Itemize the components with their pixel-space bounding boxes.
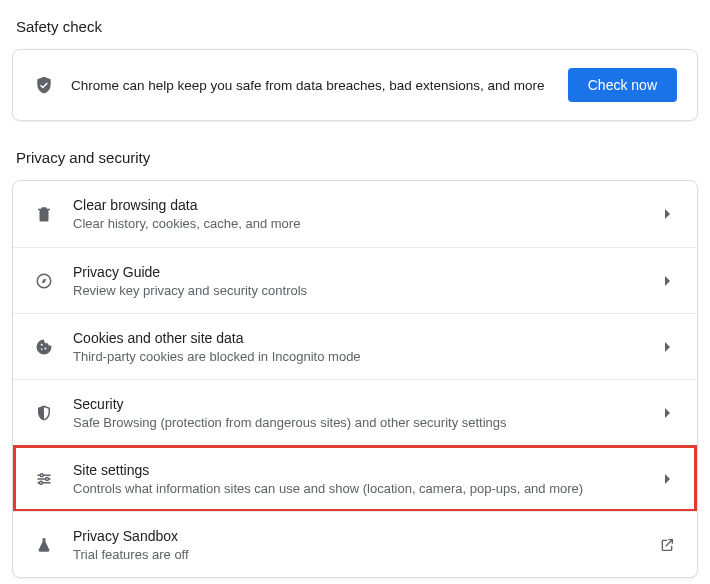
svg-point-4 (40, 473, 43, 476)
row-subtitle: Clear history, cookies, cache, and more (73, 216, 639, 231)
row-subtitle: Trial features are off (73, 547, 639, 562)
cookie-icon (33, 338, 55, 356)
safety-check-card: Chrome can help keep you safe from data … (12, 49, 698, 121)
row-privacy-sandbox[interactable]: Privacy Sandbox Trial features are off (13, 511, 697, 577)
privacy-list: Clear browsing data Clear history, cooki… (12, 180, 698, 578)
shield-check-icon (33, 75, 55, 95)
svg-point-3 (41, 348, 43, 350)
row-title: Privacy Sandbox (73, 528, 639, 544)
chevron-right-icon (657, 276, 677, 286)
row-title: Security (73, 396, 639, 412)
external-link-icon (657, 537, 677, 553)
chevron-right-icon (657, 408, 677, 418)
row-clear-browsing-data[interactable]: Clear browsing data Clear history, cooki… (13, 181, 697, 247)
privacy-heading: Privacy and security (16, 149, 698, 166)
row-subtitle: Controls what information sites can use … (73, 481, 639, 496)
row-site-settings[interactable]: Site settings Controls what information … (13, 445, 697, 511)
row-subtitle: Third-party cookies are blocked in Incog… (73, 349, 639, 364)
trash-icon (33, 205, 55, 223)
safety-check-row: Chrome can help keep you safe from data … (13, 50, 697, 120)
svg-point-6 (40, 481, 43, 484)
chevron-right-icon (657, 209, 677, 219)
safety-check-message: Chrome can help keep you safe from data … (71, 78, 552, 93)
row-security[interactable]: Security Safe Browsing (protection from … (13, 379, 697, 445)
security-shield-icon (33, 404, 55, 422)
row-title: Privacy Guide (73, 264, 639, 280)
row-subtitle: Safe Browsing (protection from dangerous… (73, 415, 639, 430)
chevron-right-icon (657, 342, 677, 352)
compass-icon (33, 272, 55, 290)
row-title: Site settings (73, 462, 639, 478)
svg-point-2 (45, 347, 47, 349)
chevron-right-icon (657, 474, 677, 484)
svg-point-5 (46, 477, 49, 480)
row-privacy-guide[interactable]: Privacy Guide Review key privacy and sec… (13, 247, 697, 313)
flask-icon (33, 536, 55, 554)
row-subtitle: Review key privacy and security controls (73, 283, 639, 298)
check-now-button[interactable]: Check now (568, 68, 677, 102)
row-title: Cookies and other site data (73, 330, 639, 346)
svg-point-1 (41, 343, 43, 345)
row-cookies[interactable]: Cookies and other site data Third-party … (13, 313, 697, 379)
safety-check-heading: Safety check (16, 18, 698, 35)
sliders-icon (33, 470, 55, 488)
row-title: Clear browsing data (73, 197, 639, 213)
